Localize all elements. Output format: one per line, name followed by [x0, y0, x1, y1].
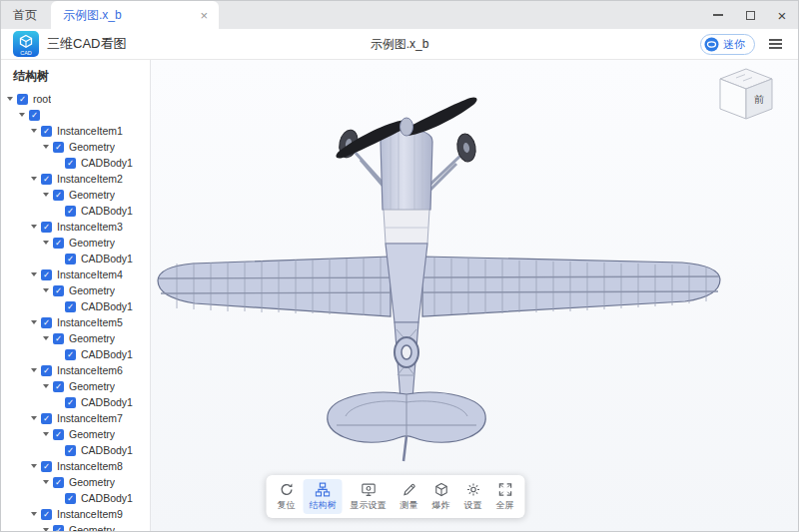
- tree-row[interactable]: ✓InstanceItem9: [1, 506, 150, 522]
- view-orientation-cube[interactable]: 前: [710, 64, 776, 122]
- tree-row[interactable]: ✓CADBody1: [1, 251, 150, 266]
- chevron-down-icon[interactable]: [31, 272, 37, 276]
- tree-row[interactable]: ✓InstanceItem2: [1, 171, 150, 187]
- checkbox-checked[interactable]: ✓: [65, 301, 76, 312]
- chevron-down-icon[interactable]: [43, 336, 49, 340]
- chevron-down-icon[interactable]: [7, 97, 13, 101]
- checkbox-checked[interactable]: ✓: [41, 413, 52, 424]
- checkbox-checked[interactable]: ✓: [53, 477, 64, 488]
- reset-icon: [279, 482, 294, 497]
- checkbox-checked[interactable]: ✓: [17, 94, 28, 105]
- checkbox-checked[interactable]: ✓: [53, 525, 64, 532]
- checkbox-checked[interactable]: ✓: [41, 461, 52, 472]
- close-button[interactable]: ×: [766, 1, 798, 29]
- mini-mode-button[interactable]: 迷你: [700, 34, 755, 55]
- tree-item-label: InstanceItem2: [57, 173, 123, 185]
- tree-row[interactable]: ✓CADBody1: [1, 394, 150, 410]
- toolbar-explode-button[interactable]: 爆炸: [426, 479, 456, 514]
- tree-row[interactable]: ✓Geometry: [1, 235, 150, 251]
- chevron-down-icon[interactable]: [43, 241, 49, 245]
- tree-row[interactable]: ✓InstanceItem1: [1, 123, 150, 139]
- chevron-down-icon[interactable]: [43, 193, 49, 197]
- chevron-down-icon[interactable]: [43, 288, 49, 292]
- wings: [158, 257, 720, 316]
- checkbox-checked[interactable]: ✓: [53, 190, 64, 201]
- chevron-down-icon[interactable]: [43, 528, 49, 531]
- tree-row[interactable]: ✓CADBody1: [1, 298, 150, 314]
- chevron-down-icon[interactable]: [19, 113, 25, 117]
- checkbox-checked[interactable]: ✓: [41, 174, 52, 185]
- chevron-down-icon[interactable]: [31, 177, 37, 181]
- tree-row[interactable]: ✓Geometry: [1, 426, 150, 442]
- chevron-down-icon[interactable]: [31, 129, 37, 133]
- tree-row[interactable]: ✓InstanceItem6: [1, 362, 150, 378]
- chevron-down-icon[interactable]: [31, 416, 37, 420]
- tree-row[interactable]: ✓Geometry: [1, 282, 150, 298]
- tree-row[interactable]: ✓CADBody1: [1, 203, 150, 219]
- checkbox-checked[interactable]: ✓: [53, 381, 64, 392]
- tab-close-icon[interactable]: ×: [197, 9, 211, 22]
- tree-row[interactable]: ✓: [1, 107, 150, 123]
- chevron-down-icon[interactable]: [31, 368, 37, 372]
- toolbar-settings-button[interactable]: 设置: [458, 479, 488, 514]
- toolbar-measure-button[interactable]: 测量: [395, 479, 424, 514]
- tree-item-label: CADBody1: [81, 444, 133, 456]
- toolbar-structure-tree-button[interactable]: 结构树: [304, 479, 343, 514]
- tree-row[interactable]: ✓Geometry: [1, 139, 150, 155]
- chevron-down-icon[interactable]: [43, 480, 49, 484]
- checkbox-checked[interactable]: ✓: [41, 126, 52, 137]
- tree-row[interactable]: ✓Geometry: [1, 378, 150, 394]
- hamburger-menu-icon[interactable]: [767, 37, 784, 51]
- maximize-button[interactable]: [734, 1, 766, 29]
- tree-row[interactable]: ✓Geometry: [1, 522, 150, 531]
- tree-row[interactable]: ✓InstanceItem3: [1, 219, 150, 235]
- tree-item-label: root: [33, 93, 51, 105]
- chevron-down-icon[interactable]: [43, 384, 49, 388]
- checkbox-checked[interactable]: ✓: [53, 333, 64, 344]
- cad-model-airplane[interactable]: [151, 60, 798, 531]
- checkbox-checked[interactable]: ✓: [41, 269, 52, 280]
- checkbox-checked[interactable]: ✓: [41, 509, 52, 520]
- checkbox-checked[interactable]: ✓: [29, 110, 40, 121]
- tree-row[interactable]: ✓Geometry: [1, 187, 150, 203]
- document-tab[interactable]: 示例图.x_b ×: [51, 1, 219, 29]
- chevron-down-icon[interactable]: [31, 512, 37, 516]
- checkbox-checked[interactable]: ✓: [41, 222, 52, 233]
- chevron-down-icon[interactable]: [31, 464, 37, 468]
- document-title: 示例图.x_b: [371, 36, 429, 53]
- chevron-down-icon[interactable]: [43, 145, 49, 149]
- checkbox-checked[interactable]: ✓: [53, 142, 64, 153]
- checkbox-checked[interactable]: ✓: [65, 397, 76, 408]
- tree-row[interactable]: ✓CADBody1: [1, 490, 150, 506]
- checkbox-checked[interactable]: ✓: [65, 445, 76, 456]
- checkbox-checked[interactable]: ✓: [65, 206, 76, 217]
- toolbar-reset-button[interactable]: 复位: [272, 479, 302, 514]
- checkbox-checked[interactable]: ✓: [53, 285, 64, 296]
- toolbar-fullscreen-button[interactable]: 全屏: [490, 479, 520, 514]
- tree-row[interactable]: ✓InstanceItem8: [1, 458, 150, 474]
- tree-row[interactable]: ✓root: [1, 91, 150, 107]
- checkbox-checked[interactable]: ✓: [65, 254, 76, 265]
- tree-row[interactable]: ✓InstanceItem5: [1, 314, 150, 330]
- checkbox-checked[interactable]: ✓: [41, 365, 52, 376]
- chevron-down-icon[interactable]: [43, 432, 49, 436]
- tree-row[interactable]: ✓CADBody1: [1, 155, 150, 171]
- tree-row[interactable]: ✓CADBody1: [1, 346, 150, 362]
- chevron-down-icon[interactable]: [31, 320, 37, 324]
- checkbox-checked[interactable]: ✓: [65, 493, 76, 504]
- tree-row[interactable]: ✓CADBody1: [1, 442, 150, 458]
- chevron-down-icon[interactable]: [31, 225, 37, 229]
- tree-row[interactable]: ✓InstanceItem7: [1, 410, 150, 426]
- checkbox-checked[interactable]: ✓: [53, 238, 64, 249]
- checkbox-checked[interactable]: ✓: [41, 317, 52, 328]
- toolbar-display-settings-button[interactable]: 显示设置: [345, 479, 393, 514]
- minimize-button[interactable]: [702, 1, 734, 29]
- tree-row[interactable]: ✓Geometry: [1, 330, 150, 346]
- tree-row[interactable]: ✓InstanceItem4: [1, 266, 150, 282]
- home-link[interactable]: 首页: [13, 7, 37, 24]
- 3d-viewport[interactable]: 前 复位结构树显示设置测量爆炸设置全屏: [151, 60, 798, 531]
- checkbox-checked[interactable]: ✓: [65, 158, 76, 169]
- checkbox-checked[interactable]: ✓: [65, 349, 76, 360]
- checkbox-checked[interactable]: ✓: [53, 429, 64, 440]
- tree-row[interactable]: ✓Geometry: [1, 474, 150, 490]
